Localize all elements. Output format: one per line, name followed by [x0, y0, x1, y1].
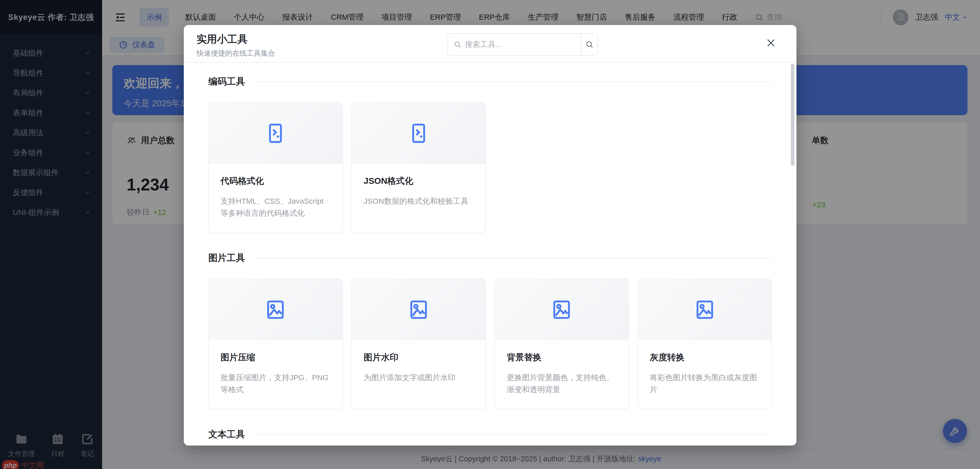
tool-card-image-watermark[interactable]: 图片水印 为图片添加文字或图片水印	[352, 278, 486, 409]
tool-card-grayscale[interactable]: 灰度转换 将彩色图片转换为黑白或灰度图片	[638, 278, 772, 409]
section-title: 文本工具	[208, 428, 245, 440]
section-text-tools: 文本工具	[208, 428, 772, 440]
tool-search-button[interactable]	[581, 33, 598, 56]
tool-search-input[interactable]	[465, 40, 575, 49]
divider	[253, 434, 772, 435]
tool-card-image-compress[interactable]: 图片压缩 批量压缩图片，支持JPG、PNG等格式	[208, 278, 343, 409]
modal-body: 编码工具 代码格式化 支持HTML、CSS、JavaScript等多种语言的代码…	[184, 62, 797, 445]
image-tools-grid: 图片压缩 批量压缩图片，支持JPG、PNG等格式 图片水印 为图片添加文字或图片…	[208, 278, 772, 409]
image-icon	[550, 299, 573, 321]
coding-tools-grid: 代码格式化 支持HTML、CSS、JavaScript等多种语言的代码格式化 J…	[208, 102, 772, 233]
tool-search-box	[447, 33, 581, 56]
tool-card-code-format[interactable]: 代码格式化 支持HTML、CSS、JavaScript等多种语言的代码格式化	[208, 102, 343, 233]
modal-subtitle: 快速便捷的在线工具集合	[197, 49, 275, 58]
close-icon	[765, 37, 776, 49]
image-icon	[264, 299, 286, 321]
modal-title: 实用小工具	[197, 32, 248, 46]
divider	[253, 81, 772, 82]
modal-close-button[interactable]	[765, 37, 778, 49]
terminal-icon	[264, 122, 286, 144]
section-image-tools: 图片工具	[208, 252, 772, 264]
search-icon	[585, 40, 593, 49]
terminal-icon	[408, 122, 430, 144]
app-root: Skyeye云 作者: 卫志强 基础组件 导航组件 布局组件 表单组件 高级用法…	[0, 0, 980, 469]
section-coding-tools: 编码工具	[208, 75, 772, 88]
image-icon	[408, 299, 430, 321]
section-title: 图片工具	[208, 252, 245, 264]
tool-card-json-format[interactable]: JSON格式化 JSON数据的格式化和校验工具	[352, 102, 486, 233]
modal-scrollbar-thumb[interactable]	[791, 64, 794, 166]
image-icon	[694, 299, 716, 321]
tools-modal: 实用小工具 快速便捷的在线工具集合 编码工具	[184, 25, 797, 445]
section-title: 编码工具	[208, 75, 245, 88]
tool-search-group	[447, 33, 598, 56]
tool-card-background-replace[interactable]: 背景替换 更换图片背景颜色，支持纯色、渐变和透明背景	[495, 278, 629, 409]
modal-header: 实用小工具 快速便捷的在线工具集合	[184, 25, 797, 62]
search-icon	[453, 41, 461, 48]
divider	[253, 258, 772, 258]
